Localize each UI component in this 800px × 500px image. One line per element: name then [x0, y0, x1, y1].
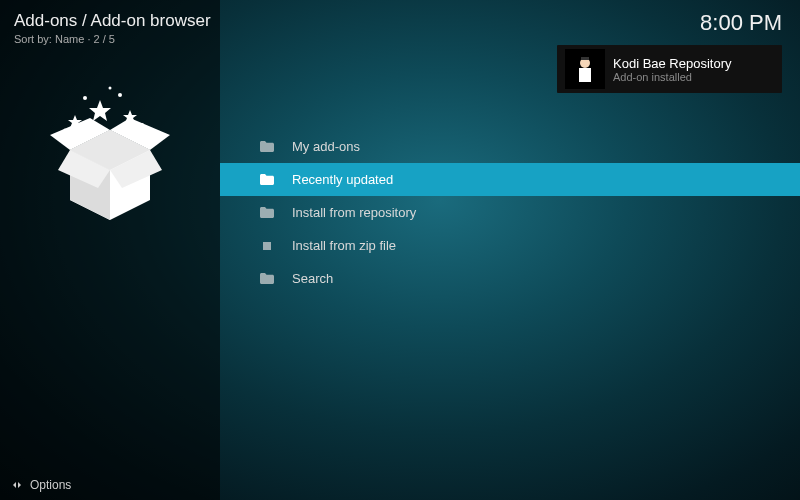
svg-point-10 — [83, 96, 87, 100]
menu-item-install-from-repository[interactable]: Install from repository — [220, 196, 800, 229]
menu-item-search[interactable]: Search — [220, 262, 800, 295]
menu-item-recently-updated[interactable]: Recently updated — [220, 163, 800, 196]
menu-item-label: My add-ons — [292, 139, 360, 154]
menu-item-label: Recently updated — [292, 172, 393, 187]
menu-list: My add-onsRecently updatedInstall from r… — [220, 130, 800, 295]
addon-box-icon — [14, 70, 206, 230]
svg-marker-16 — [18, 482, 21, 488]
folder-icon — [260, 273, 274, 284]
svg-point-14 — [109, 86, 112, 89]
sidebar: Add-ons / Add-on browser Sort by: Name ·… — [0, 0, 220, 500]
list-position: 2 / 5 — [94, 33, 115, 45]
zip-icon — [260, 240, 274, 251]
folder-icon — [260, 141, 274, 152]
notification-toast[interactable]: Kodi Bae Repository Add-on installed — [557, 45, 782, 93]
menu-item-install-from-zip-file[interactable]: Install from zip file — [220, 229, 800, 262]
sort-label: Sort by: Name — [14, 33, 84, 45]
options-icon — [10, 478, 24, 492]
svg-point-12 — [140, 123, 144, 127]
svg-marker-15 — [13, 482, 16, 488]
notification-title: Kodi Bae Repository — [613, 56, 732, 71]
svg-rect-19 — [579, 68, 591, 82]
notification-subtitle: Add-on installed — [613, 71, 732, 83]
options-label: Options — [30, 478, 71, 492]
menu-item-label: Search — [292, 271, 333, 286]
notification-thumb — [565, 49, 605, 89]
menu-item-my-add-ons[interactable]: My add-ons — [220, 130, 800, 163]
folder-icon — [260, 174, 274, 185]
header-subline: Sort by: Name · 2 / 5 — [14, 33, 206, 45]
svg-rect-20 — [581, 57, 589, 60]
svg-rect-21 — [263, 242, 271, 250]
page-title: Add-ons / Add-on browser — [14, 12, 206, 31]
menu-item-label: Install from zip file — [292, 238, 396, 253]
folder-icon — [260, 207, 274, 218]
svg-marker-7 — [89, 100, 111, 121]
options-button[interactable]: Options — [10, 478, 71, 492]
menu-item-label: Install from repository — [292, 205, 416, 220]
clock: 8:00 PM — [700, 10, 782, 36]
svg-point-13 — [64, 128, 67, 131]
svg-point-11 — [118, 93, 122, 97]
main-panel: 8:00 PM Kodi Bae Repository Add-on insta… — [220, 0, 800, 500]
